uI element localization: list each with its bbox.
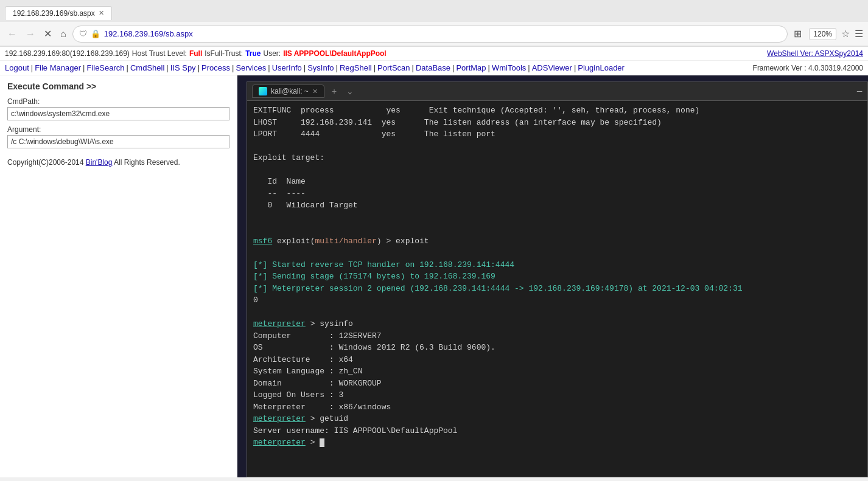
copyright-link[interactable]: Bin'Blog xyxy=(86,158,113,167)
page-content: 192.168.239.169:80(192.168.239.169) Host… xyxy=(0,47,868,477)
nav-portscan[interactable]: PortScan xyxy=(377,63,410,72)
address-bar-wrap: 🛡 🔒 xyxy=(72,26,788,43)
nav-iis-spy[interactable]: IIS Spy xyxy=(170,63,196,72)
zoom-level: 120% xyxy=(809,28,836,40)
nav-links-bar: Logout | File Manager | FileSearch | Cmd… xyxy=(0,61,868,75)
terminal-wrap: kali@kali: ~ ✕ + ⌄ ‒ EXITFUNC process ye… xyxy=(237,75,868,477)
terminal-tabs-chevron[interactable]: ⌄ xyxy=(344,86,356,96)
nav-adsviewer[interactable]: ADSViewer xyxy=(532,63,572,72)
nav-filesearch[interactable]: FileSearch xyxy=(86,63,124,72)
argument-input[interactable] xyxy=(7,135,229,148)
webshell-version[interactable]: WebShell Ver: ASPXSpy2014 xyxy=(767,49,863,58)
user-label: User: xyxy=(263,49,281,58)
nav-logout[interactable]: Logout xyxy=(5,63,29,72)
lock-icon: 🔒 xyxy=(91,29,100,38)
bookmark-button[interactable]: ☆ xyxy=(841,28,850,40)
nav-cmdshell[interactable]: CmdShell xyxy=(130,63,164,72)
terminal-tab-icon xyxy=(259,87,267,95)
nav-services[interactable]: Services xyxy=(236,63,266,72)
address-input[interactable] xyxy=(104,29,782,38)
trust-level: Full xyxy=(189,49,202,58)
security-icon: 🛡 xyxy=(79,29,87,38)
copyright-suffix: All Rights Reserved. xyxy=(114,158,180,167)
main-content: Execute Command >> CmdPath: Argument: Co… xyxy=(0,75,868,477)
nav-process[interactable]: Process xyxy=(201,63,230,72)
terminal-cursor xyxy=(320,438,324,447)
terminal-minimize-button[interactable]: ‒ xyxy=(856,86,863,96)
left-panel: Execute Command >> CmdPath: Argument: Co… xyxy=(0,75,237,477)
argument-label: Argument: xyxy=(7,125,229,134)
nav-wmitools[interactable]: WmiTools xyxy=(492,63,526,72)
info-bar-left: 192.168.239.169:80(192.168.239.169) Host… xyxy=(5,49,387,58)
terminal-add-tab[interactable]: + xyxy=(329,86,339,96)
copyright: Copyright(C)2006-2014 Bin'Blog All Right… xyxy=(7,158,229,167)
cmdpath-input[interactable] xyxy=(7,107,229,120)
home-button[interactable]: ⌂ xyxy=(58,27,69,41)
nav-portmap[interactable]: PortMap xyxy=(456,63,486,72)
nav-userinfo[interactable]: UserInfo xyxy=(272,63,302,72)
tab-bar: 192.168.239.169/sb.aspx ✕ xyxy=(0,0,868,22)
nav-bar: ← → ✕ ⌂ 🛡 🔒 ⊞ 120% ☆ ☰ xyxy=(0,22,868,46)
nav-file-manager[interactable]: File Manager xyxy=(35,63,81,72)
nav-database[interactable]: DataBase xyxy=(416,63,450,72)
forward-button[interactable]: → xyxy=(23,27,38,41)
terminal-output: EXITFUNC process yes Exit technique (Acc… xyxy=(253,105,861,449)
user-value: IIS APPPOOL\DefaultAppPool xyxy=(283,49,387,58)
isfull-value: True xyxy=(245,49,261,58)
qr-button[interactable]: ⊞ xyxy=(791,27,804,41)
copyright-text: Copyright(C)2006-2014 xyxy=(7,158,83,167)
nav-links-left: Logout | File Manager | FileSearch | Cmd… xyxy=(5,63,625,72)
terminal-tab-label: kali@kali: ~ xyxy=(271,87,309,95)
terminal-tab-close[interactable]: ✕ xyxy=(312,88,318,95)
host-info: 192.168.239.169:80(192.168.239.169) xyxy=(5,49,130,58)
browser-chrome: 192.168.239.169/sb.aspx ✕ ← → ✕ ⌂ 🛡 🔒 ⊞ … xyxy=(0,0,868,47)
cmdpath-label: CmdPath: xyxy=(7,97,229,106)
nav-right: ⊞ 120% ☆ ☰ xyxy=(791,27,863,41)
reload-button[interactable]: ✕ xyxy=(41,27,54,41)
framework-version: Framework Ver : 4.0.30319.42000 xyxy=(753,64,863,72)
terminal-body[interactable]: EXITFUNC process yes Exit technique (Acc… xyxy=(247,101,867,477)
terminal-tab[interactable]: kali@kali: ~ ✕ xyxy=(252,85,324,98)
nav-sysinfo[interactable]: SysInfo xyxy=(307,63,334,72)
tab-close-button[interactable]: ✕ xyxy=(99,9,104,17)
terminal-titlebar-left: kali@kali: ~ ✕ + ⌄ xyxy=(252,85,356,98)
nav-regshell[interactable]: RegShell xyxy=(340,63,372,72)
execute-command-title: Execute Command >> xyxy=(7,81,229,91)
nav-pluginloader[interactable]: PluginLoader xyxy=(578,63,625,72)
info-bar: 192.168.239.169:80(192.168.239.169) Host… xyxy=(0,47,868,61)
browser-tab[interactable]: 192.168.239.169/sb.aspx ✕ xyxy=(5,6,112,20)
menu-button[interactable]: ☰ xyxy=(855,28,863,40)
terminal-titlebar: kali@kali: ~ ✕ + ⌄ ‒ xyxy=(247,82,867,101)
tab-title: 192.168.239.169/sb.aspx xyxy=(13,9,95,18)
trust-label: Host Trust Level: xyxy=(132,49,187,58)
isfull-label: IsFull-Trust: xyxy=(205,49,243,58)
terminal-window: kali@kali: ~ ✕ + ⌄ ‒ EXITFUNC process ye… xyxy=(247,81,868,477)
back-button[interactable]: ← xyxy=(5,27,19,41)
